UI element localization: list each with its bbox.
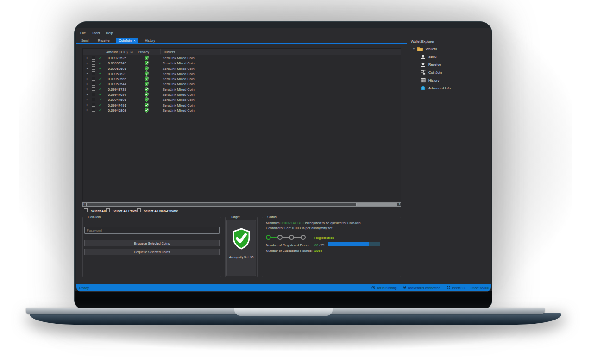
wallet-node[interactable]: ▾ Wallet0: [413, 45, 437, 52]
dequeue-button[interactable]: Dequeue Selected Coins: [84, 249, 220, 255]
expander-icon[interactable]: ▸: [87, 82, 88, 86]
select-all-private-checkbox[interactable]: [106, 208, 110, 212]
expander-icon[interactable]: ▸: [87, 71, 88, 75]
coin-cluster: ZeroLink Mixed Coin: [163, 88, 195, 92]
sidebar-item-label: Send: [428, 55, 437, 59]
coin-cluster: ZeroLink Mixed Coin: [163, 103, 195, 107]
scroll-right-icon[interactable]: ›: [399, 202, 400, 206]
target-panel: Target Anonymity Set: 50: [225, 217, 258, 277]
coin-checkbox[interactable]: [92, 61, 95, 65]
coordinator-fee-line: Coordinator Fee: 0.003 % per anonymity s…: [266, 226, 333, 230]
tab-send[interactable]: Send: [76, 39, 93, 42]
coin-row[interactable]: ▸ ✓ 0.09946808 ZeroLink Mixed Coin: [83, 107, 401, 113]
menu-file[interactable]: File: [80, 31, 86, 35]
sidebar-item-send[interactable]: Send: [421, 53, 437, 60]
sidebar-item-advanced-info[interactable]: Advanced Info: [421, 85, 451, 91]
anonymity-tile[interactable]: Anonymity Set: 50: [226, 220, 256, 276]
scrollbar-thumb[interactable]: [86, 203, 357, 206]
coin-row[interactable]: ▸ ✓ 0.09950544 ZeroLink Mixed Coin: [83, 81, 401, 86]
coin-row[interactable]: ▸ ✓ 0.09950691 ZeroLink Mixed Coin: [83, 66, 401, 71]
menu-help[interactable]: Help: [106, 31, 113, 35]
privacy-shield-icon: [145, 61, 149, 65]
coin-row[interactable]: ▸ ✓ 0.09947491 ZeroLink Mixed Coin: [83, 102, 401, 107]
check-icon: ✓: [99, 71, 102, 75]
phase-connection-dot: [277, 235, 283, 240]
check-icon: ✓: [99, 61, 102, 65]
coin-row[interactable]: ▸ ✓ 0.09950623 ZeroLink Mixed Coin: [83, 71, 401, 76]
coin-row[interactable]: ▸ ✓ 0.09947596 ZeroLink Mixed Coin: [83, 97, 401, 102]
coin-checkbox[interactable]: [92, 66, 95, 70]
expander-icon[interactable]: ▸: [87, 66, 88, 70]
coin-cluster: ZeroLink Mixed Coin: [163, 108, 195, 113]
scrollbar-track[interactable]: [357, 203, 397, 206]
wallet-app-window: File Tools Help Send Receive CoinJoin ✕ …: [76, 28, 491, 292]
password-input[interactable]: [84, 227, 220, 234]
close-icon[interactable]: ✕: [133, 39, 136, 42]
sidebar-item-coinjoin[interactable]: CoinJoin: [421, 69, 442, 75]
tab-receive[interactable]: Receive: [93, 39, 114, 42]
column-privacy[interactable]: Privacy: [138, 50, 149, 54]
coin-checkbox[interactable]: [92, 87, 95, 91]
history-icon: [421, 78, 426, 83]
sidebar-item-history[interactable]: History: [421, 77, 439, 83]
coin-checkbox[interactable]: [92, 98, 95, 101]
coin-cluster: ZeroLink Mixed Coin: [163, 56, 195, 60]
phase-connector: [283, 237, 289, 238]
tab-coinjoin[interactable]: CoinJoin ✕: [116, 38, 138, 44]
column-amount[interactable]: Amount (BTC): [106, 50, 128, 54]
coin-row[interactable]: ▸ ✓ 0.09978525 ZeroLink Mixed Coin: [83, 55, 401, 60]
coin-cluster: ZeroLink Mixed Coin: [163, 98, 195, 102]
coin-amount: 0.09946808: [108, 108, 126, 113]
privacy-shield-icon: [145, 108, 149, 113]
select-all-private-label[interactable]: Select All Private: [113, 209, 139, 213]
phase-registration-dot: [266, 235, 271, 240]
status-panel-title: Status: [266, 215, 278, 219]
coin-row[interactable]: ▸ ✓ 0.09950565 ZeroLink Mixed Coin: [83, 76, 401, 81]
coin-row[interactable]: ▸ ✓ 0.09947697 ZeroLink Mixed Coin: [83, 92, 401, 97]
tab-history[interactable]: History: [140, 39, 160, 42]
expander-icon[interactable]: ▸: [87, 108, 88, 112]
enqueue-button[interactable]: Enqueue Selected Coins: [84, 240, 220, 246]
phase-connector: [294, 237, 301, 238]
laptop-mockup: File Tools Help Send Receive CoinJoin ✕ …: [0, 0, 591, 364]
horizontal-scrollbar[interactable]: ‹ ›: [82, 202, 401, 207]
expander-icon[interactable]: ▸: [87, 61, 88, 65]
expander-icon[interactable]: ▸: [87, 56, 88, 60]
coin-cluster: ZeroLink Mixed Coin: [163, 77, 195, 81]
coin-checkbox[interactable]: [92, 77, 95, 81]
expander-icon[interactable]: ▸: [87, 98, 88, 101]
privacy-shield-icon: [145, 103, 149, 107]
select-all-checkbox[interactable]: [84, 208, 88, 212]
column-clusters[interactable]: Clusters: [163, 50, 175, 54]
anonymity-shield-icon: [231, 228, 251, 250]
expander-icon[interactable]: ▸: [87, 103, 88, 107]
select-all-label[interactable]: Select All: [91, 209, 106, 213]
coin-checkbox[interactable]: [92, 71, 95, 75]
scroll-left-icon[interactable]: ‹: [83, 202, 84, 206]
column-divider: [136, 49, 136, 54]
expander-icon[interactable]: ▸: [87, 87, 88, 91]
coin-checkbox[interactable]: [92, 93, 95, 96]
sidebar-item-receive[interactable]: Receive: [421, 61, 441, 68]
sidebar-item-label: Advanced Info: [428, 86, 451, 90]
select-all-non-private-checkbox[interactable]: [137, 208, 141, 212]
coin-checkbox[interactable]: [92, 82, 95, 86]
floor-shadow: [51, 323, 540, 353]
coin-checkbox[interactable]: [92, 56, 95, 60]
coin-row[interactable]: ▸ ✓ 0.09948739 ZeroLink Mixed Coin: [83, 87, 401, 92]
coin-cluster: ZeroLink Mixed Coin: [163, 61, 195, 65]
status-panel: Status Minimum 0.1037141 BTC is required…: [262, 217, 401, 277]
coin-checkbox[interactable]: [92, 108, 95, 112]
expander-icon[interactable]: ▸: [87, 77, 88, 81]
coin-amount: 0.09947697: [108, 93, 126, 97]
successful-rounds-value: 2863: [314, 249, 322, 253]
wallet-expander-icon[interactable]: ▾: [413, 47, 415, 50]
expander-icon[interactable]: ▸: [87, 93, 88, 96]
select-all-non-private-label[interactable]: Select All Non-Private: [144, 209, 178, 213]
menu-tools[interactable]: Tools: [92, 31, 100, 35]
coin-row[interactable]: ▸ ✓ 0.09950743 ZeroLink Mixed Coin: [83, 60, 401, 65]
coin-checkbox[interactable]: [92, 103, 95, 107]
privacy-shield-icon: [145, 66, 149, 71]
coin-amount: 0.09950623: [108, 72, 126, 76]
backend-status: Backend is connected: [403, 286, 440, 290]
